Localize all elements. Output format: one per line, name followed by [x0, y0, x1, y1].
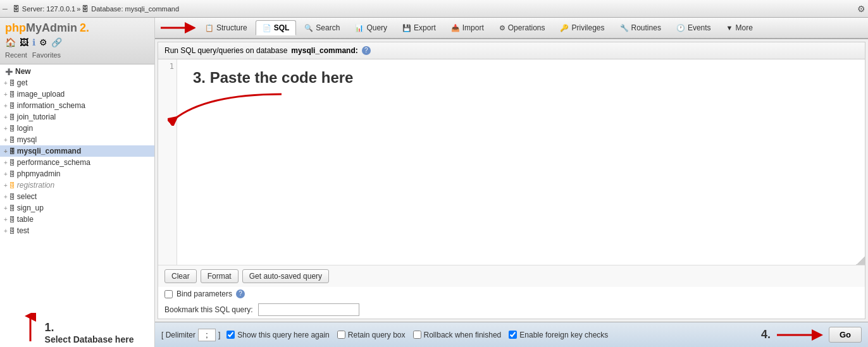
tree-new-item[interactable]: ➕ New: [0, 66, 154, 77]
tab-sql[interactable]: 📄 SQL: [256, 20, 297, 35]
tab-search[interactable]: 🔍 Search: [297, 20, 347, 35]
query-icon: 📊: [355, 24, 364, 32]
tree-item-table[interactable]: + 🗄 table: [0, 214, 154, 225]
show-query-checkbox[interactable]: [226, 331, 235, 339]
sql-panel: Run SQL query/queries on database mysqli…: [158, 42, 865, 319]
main-area: php MyAdmin 2. 🏠 🖼 ℹ ⚙ 🔗 Recent Favorite…: [0, 18, 868, 347]
query-label: Query: [366, 23, 387, 32]
tree-item-test[interactable]: + 🗄 test: [0, 225, 154, 236]
tree-item-information_schema[interactable]: + 🗄 information_schema: [0, 100, 154, 111]
tree-item-sign_up[interactable]: + 🗄 sign_up: [0, 202, 154, 214]
rollback-checkbox[interactable]: [413, 331, 421, 339]
db-small-icon: 🗄: [9, 205, 15, 212]
favorites-link[interactable]: Favorites: [32, 51, 61, 59]
sidebar-annotation: 1. Select Database here: [0, 308, 154, 347]
operations-icon: ⚙: [499, 24, 505, 32]
tree-item-login[interactable]: + 🗄 login: [0, 123, 154, 134]
tree-item-select[interactable]: + 🗄 select: [0, 191, 154, 202]
tab-arrow-icon: [158, 19, 195, 37]
tree-item-performance_schema[interactable]: + 🗄 performance_schema: [0, 157, 154, 168]
tree-item-phpmyadmin[interactable]: + 🗄 phpmyadmin: [0, 168, 154, 180]
tree-item-image_upload[interactable]: + 🗄 image_upload: [0, 88, 154, 100]
expand-icon: +: [4, 171, 8, 178]
sidebar-icons: 🏠 🖼 ℹ ⚙ 🔗: [5, 35, 149, 50]
db-small-icon: 🗄: [9, 182, 15, 189]
privileges-label: Privileges: [571, 23, 604, 32]
tab-export[interactable]: 💾 Export: [395, 20, 443, 35]
db-small-icon: 🗄: [9, 114, 15, 121]
minimize-icon[interactable]: ─: [3, 5, 8, 13]
auto-save-button[interactable]: Get auto-saved query: [242, 269, 329, 283]
delimiter-input[interactable]: [198, 329, 216, 341]
resize-handle[interactable]: [856, 256, 865, 265]
bookmark-row: Bookmark this SQL query:: [158, 301, 865, 319]
more-chevron-icon: ▼: [726, 24, 733, 32]
line-numbers: 1: [158, 59, 177, 265]
recent-link[interactable]: Recent: [5, 51, 27, 59]
db-small-icon: 🗄: [9, 216, 15, 223]
import-label: Import: [462, 23, 484, 32]
go-button[interactable]: Go: [829, 327, 862, 343]
tree-item-mysqli_command[interactable]: + 🗄 mysqli_command: [0, 145, 154, 157]
logo-num: 2.: [80, 21, 89, 35]
foreign-key-checkbox[interactable]: [509, 331, 517, 339]
delimiter-section: [ Delimiter ]: [161, 329, 220, 341]
routines-label: Routines: [631, 23, 661, 32]
expand-icon: +: [4, 102, 8, 109]
foreign-key-label: Enable foreign key checks: [519, 331, 608, 339]
tab-import[interactable]: 📥 Import: [444, 20, 491, 35]
anno-4-section: 4. Go: [761, 327, 862, 343]
clear-button[interactable]: Clear: [164, 269, 197, 283]
rollback-label: Rollback when finished: [424, 331, 502, 339]
expand-icon: +: [4, 228, 8, 234]
tab-query[interactable]: 📊 Query: [348, 20, 394, 35]
tab-more[interactable]: ▼ More: [719, 20, 760, 35]
sql-editor-input[interactable]: [177, 59, 865, 265]
bind-params-checkbox[interactable]: [164, 290, 173, 298]
line-number-1: 1: [161, 62, 174, 71]
tree-label: join_tutorial: [17, 113, 56, 121]
tab-routines[interactable]: 🔧 Routines: [613, 20, 668, 35]
events-label: Events: [688, 23, 711, 32]
window-controls: ─: [3, 5, 8, 13]
db-small-icon: 🗄: [9, 171, 15, 178]
tree-label: phpmyadmin: [17, 169, 61, 178]
image-icon[interactable]: 🖼: [20, 37, 28, 47]
tree-label: information_schema: [17, 101, 85, 110]
tree-label: sign_up: [17, 204, 44, 212]
bind-params-help-icon[interactable]: ?: [236, 289, 245, 298]
new-item-icon: ➕: [5, 68, 13, 75]
expand-icon: +: [4, 193, 8, 200]
content-area: 📋 Structure 📄 SQL 🔍 Search 📊 Query 💾: [155, 18, 868, 347]
tree-item-mysql[interactable]: + 🗄 mysql: [0, 134, 154, 145]
search-tab-icon: 🔍: [304, 24, 313, 32]
expand-icon: +: [4, 125, 8, 132]
home-icon[interactable]: 🏠: [5, 37, 16, 47]
gear-icon-top[interactable]: ⚙: [857, 4, 865, 14]
sidebar: php MyAdmin 2. 🏠 🖼 ℹ ⚙ 🔗 Recent Favorite…: [0, 18, 155, 347]
tab-operations[interactable]: ⚙ Operations: [492, 20, 552, 35]
sql-icon: 📄: [263, 24, 271, 32]
info-icon[interactable]: ℹ: [32, 37, 35, 47]
tab-privileges[interactable]: 🔑 Privileges: [553, 20, 611, 35]
format-button[interactable]: Format: [201, 269, 239, 283]
db-small-icon: 🗄: [9, 102, 15, 109]
tree-label: mysql: [17, 135, 37, 144]
tab-bar: 📋 Structure 📄 SQL 🔍 Search 📊 Query 💾: [155, 18, 868, 39]
db-small-icon: 🗄: [9, 159, 15, 166]
link-icon[interactable]: 🔗: [51, 37, 62, 47]
retain-query-checkbox[interactable]: [337, 331, 345, 339]
anno-1-num: 1.: [45, 321, 134, 334]
delimiter-close-bracket: ]: [218, 331, 220, 339]
tab-events[interactable]: 🕐 Events: [669, 20, 718, 35]
tree-item-join_tutorial[interactable]: + 🗄 join_tutorial: [0, 111, 154, 123]
more-label: More: [735, 23, 752, 32]
tree-item-registration[interactable]: + 🗄 registration: [0, 180, 154, 191]
sidebar-logo: php MyAdmin 2.: [5, 21, 149, 35]
tree-item-get[interactable]: + 🗄 get: [0, 77, 154, 88]
settings-icon[interactable]: ⚙: [39, 37, 47, 47]
sql-help-icon[interactable]: ?: [362, 46, 371, 55]
tab-structure[interactable]: 📋 Structure: [198, 20, 254, 35]
tree-label: get: [17, 78, 28, 87]
bookmark-input[interactable]: [258, 303, 359, 316]
